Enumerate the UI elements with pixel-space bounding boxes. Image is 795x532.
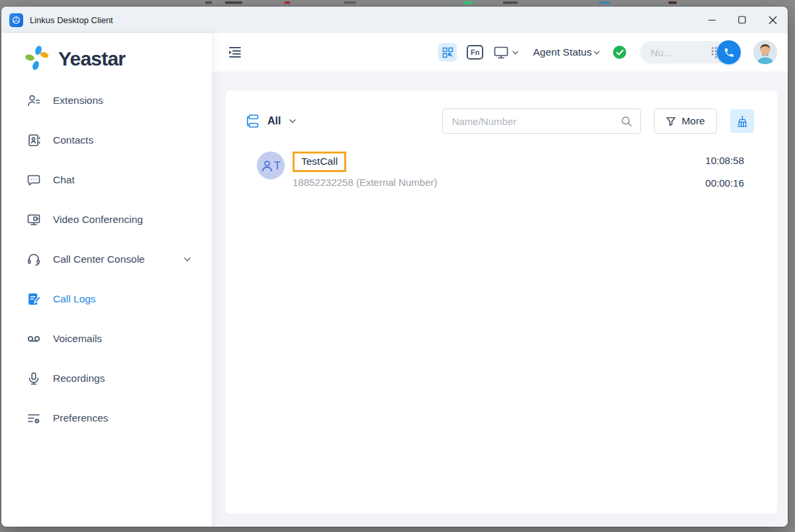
call-logs-icon (26, 292, 41, 306)
menu-fold-icon (228, 46, 242, 59)
preferences-icon (26, 411, 41, 425)
sidebar-item-label: Voicemails (53, 333, 102, 345)
sidebar-item-chat[interactable]: Chat (1, 160, 212, 200)
sidebar-item-call-logs[interactable]: Call Logs (1, 279, 212, 319)
sidebar-item-recordings[interactable]: Recordings (1, 359, 212, 398)
agent-status-dropdown[interactable]: Agent Status (533, 46, 600, 58)
window-controls (696, 7, 788, 33)
collapse-sidebar-button[interactable] (226, 43, 244, 62)
qr-code-button[interactable] (438, 43, 457, 62)
call-log-time: 10:08:58 (706, 155, 744, 166)
linkus-app-window: Linkus Desktop Client (1, 7, 788, 527)
call-log-duration: 00:00:16 (706, 177, 744, 189)
dial-number-input[interactable] (651, 47, 711, 58)
background-window-artifact (599, 1, 610, 4)
sidebar-item-label: Extensions (53, 95, 103, 107)
chevron-down-icon (593, 49, 600, 56)
extensions-icon (26, 93, 41, 108)
voicemails-icon (26, 332, 41, 346)
user-avatar[interactable] (753, 40, 777, 64)
sidebar-item-label: Call Center Console (53, 253, 145, 265)
sidebar-item-preferences[interactable]: Preferences (1, 398, 212, 438)
call-log-name-highlighted[interactable]: TestCall (293, 152, 346, 172)
function-keys-button[interactable]: Fn (467, 45, 483, 60)
yeastar-wordmark: Yeastar (58, 48, 125, 70)
sidebar-item-label: Video Conferencing (53, 214, 143, 226)
background-window-artifact (205, 1, 212, 4)
yeastar-flower-icon (23, 44, 53, 74)
funnel-icon (666, 116, 676, 126)
sidebar-item-label: Chat (53, 174, 75, 186)
contact-avatar-letter: T (274, 160, 281, 172)
titlebar: Linkus Desktop Client (1, 7, 788, 33)
check-icon (616, 50, 624, 56)
main-header: Fn Agent Status (212, 33, 788, 71)
contacts-icon (26, 133, 41, 148)
phone-icon (724, 47, 735, 58)
call-log-row[interactable]: T TestCall 18852232258 (External Number)… (246, 152, 754, 189)
call-button[interactable] (717, 40, 741, 64)
call-log-number: 18852232258 (External Number) (293, 177, 706, 188)
dial-number-pill[interactable] (640, 41, 729, 64)
sidebar-item-label: Contacts (53, 134, 93, 146)
desktop-background: Linkus Desktop Client (0, 0, 795, 532)
background-window-artifact (225, 1, 242, 4)
yeastar-logo: Yeastar (1, 33, 212, 75)
call-type-filter-dropdown[interactable]: All (246, 114, 297, 128)
sidebar-item-label: Call Logs (53, 293, 96, 305)
user-photo (753, 40, 777, 64)
video-conferencing-icon (26, 212, 41, 227)
monitor-icon (493, 45, 509, 60)
sidebar-item-call-center-console[interactable]: Call Center Console (1, 240, 212, 279)
toolbar-right: More (442, 109, 754, 134)
chevron-down-icon (180, 255, 195, 263)
device-selector[interactable] (493, 45, 519, 60)
call-log-times: 10:08:58 00:00:16 (706, 152, 754, 189)
sidebar-item-extensions[interactable]: Extensions (1, 81, 212, 120)
chat-icon (26, 173, 41, 187)
sidebar-item-voicemails[interactable]: Voicemails (1, 319, 212, 359)
sidebar-item-label: Preferences (53, 412, 109, 424)
more-button-label: More (682, 115, 705, 127)
chevron-down-icon (512, 49, 519, 56)
filter-all-label: All (267, 115, 281, 127)
sidebar: Yeastar Extensions (1, 33, 212, 527)
call-center-console-icon (26, 252, 41, 267)
maximize-button[interactable] (727, 7, 757, 33)
presence-available-badge[interactable] (613, 46, 626, 59)
call-logs-toolbar: All (246, 109, 754, 134)
agent-status-label: Agent Status (533, 46, 592, 58)
background-window-artifact (463, 1, 473, 4)
broom-clear-icon (736, 115, 749, 128)
content-area: All (212, 71, 788, 527)
call-log-main: TestCall 18852232258 (External Number) (293, 152, 706, 188)
call-type-filter-icon (246, 114, 259, 128)
call-logs-panel: All (226, 91, 777, 513)
more-filters-button[interactable]: More (654, 109, 717, 134)
background-window-artifact (285, 1, 290, 4)
qr-code-icon (442, 47, 453, 58)
window-title: Linkus Desktop Client (30, 15, 113, 25)
close-button[interactable] (757, 7, 788, 33)
sidebar-item-contacts[interactable]: Contacts (1, 120, 212, 160)
app-logo-icon (9, 13, 23, 27)
contact-avatar: T (257, 152, 285, 179)
sidebar-nav: Extensions Contacts (1, 81, 212, 438)
chevron-down-icon (289, 117, 297, 125)
main-area: Fn Agent Status (212, 33, 788, 527)
background-window-artifact (344, 1, 356, 4)
search-icon[interactable] (621, 116, 632, 127)
search-box[interactable] (442, 109, 641, 134)
minimize-button[interactable] (696, 7, 727, 33)
sidebar-item-label: Recordings (53, 373, 105, 384)
dial-control (640, 40, 741, 64)
fn-label: Fn (471, 48, 479, 56)
background-window-artifact (669, 1, 677, 4)
clear-call-logs-button[interactable] (730, 109, 754, 133)
background-window-artifact (503, 1, 518, 4)
search-input[interactable] (452, 116, 621, 127)
sidebar-item-video-conferencing[interactable]: Video Conferencing (1, 200, 212, 240)
contact-person-icon (261, 159, 273, 172)
recordings-icon (26, 371, 41, 386)
